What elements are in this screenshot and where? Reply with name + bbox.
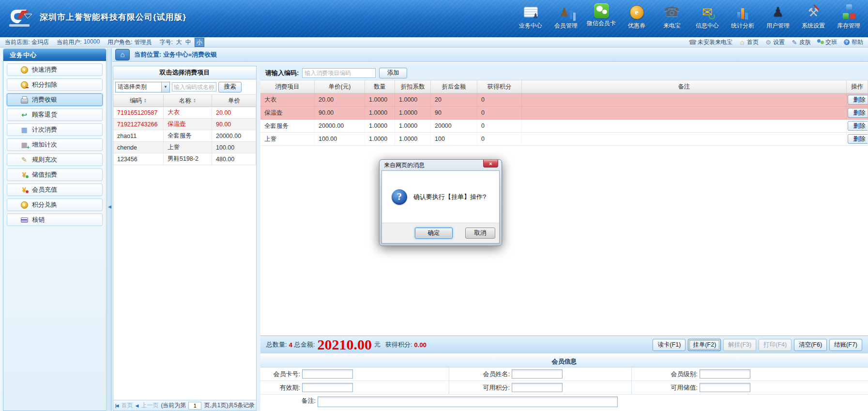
item-search-input[interactable] [172,82,216,91]
search-button[interactable]: 搜索 [218,82,242,92]
category-select[interactable]: 请选择类别 [115,82,170,92]
member-card-input[interactable] [302,369,353,379]
item-row[interactable]: zhao11 全套服务 20000.00 [113,130,256,142]
sidebar-item-points-exchange[interactable]: 积分兑换 [7,198,103,211]
top-nav: 业务中心 会员管理 微信会员卡 优惠券 来电宝 信息中心 统计分析 用户管理 [515,3,864,30]
note-input[interactable] [318,396,618,407]
sidebar-item-customer-return[interactable]: 顾客退货 [7,108,103,121]
yen-green-icon [20,171,28,179]
sort-icon[interactable] [144,98,147,103]
nav-user-management[interactable]: 用户管理 [762,3,793,30]
delete-button[interactable]: 删除 [848,134,868,144]
company-logo [7,6,36,28]
cart-row[interactable]: 保温壶 90.00 1.0000 1.0000 90 0 删除 [260,107,868,120]
home-tab-icon[interactable] [115,49,130,61]
sidebar-item-verification[interactable]: 核销 [7,213,103,226]
skin-link[interactable]: 皮肤 [791,38,811,46]
member-name-input[interactable] [512,369,563,379]
picker-pagination: ◀ 首页 ◀ 上一页 (当前为第 页,共1页)共5条记录 [113,400,256,411]
nav-wechat-member-card[interactable]: 微信会员卡 [586,3,617,30]
prev-page-icon[interactable]: ◀ [135,403,138,408]
return-arrow-icon [20,111,28,119]
item-code-input[interactable] [302,68,376,78]
note-label: 备注: [260,396,316,405]
page-number-input[interactable] [188,402,201,410]
sidebar-item-quick-consume[interactable]: 快速消费 [7,63,103,76]
font-size-medium[interactable]: 中 [185,38,191,46]
sidebar-item-stored-value-deduct[interactable]: 储值扣费 [7,168,103,181]
delete-button[interactable]: 删除 [848,108,868,118]
gear-icon [765,39,772,46]
cancel-button[interactable]: 取消 [465,228,495,239]
close-icon[interactable]: × [483,160,498,167]
sidebar-item-add-count[interactable]: 增加计次 [7,138,103,151]
sidebar-item-rule-recharge[interactable]: 规则充次 [7,153,103,166]
expiry-label: 有效期: [260,383,300,392]
calculator-plus-icon [20,141,28,149]
member-management-icon [557,3,575,21]
stored-value-input[interactable] [700,383,750,392]
help-link[interactable]: 帮助 [843,38,863,46]
sort-icon[interactable] [193,98,196,103]
available-points-input[interactable] [512,383,563,392]
caller-id-icon [663,3,681,21]
hold-order-button[interactable]: 挂单(F2) [688,339,721,351]
add-button[interactable]: 添加 [379,68,407,78]
amount-unit: 元 [374,340,381,349]
sidebar-splitter[interactable]: ◀ [107,48,112,411]
member-name-label: 会员姓名: [449,370,510,379]
cart-row[interactable]: 大衣 20.00 1.0000 1.0000 20 0 删除 [260,93,868,107]
prev-page-label[interactable]: 上一页 [141,401,158,410]
dialog-title-bar[interactable]: 来自网页的消息 × [381,160,500,170]
sidebar-item-count-consume[interactable]: 计次消费 [7,123,103,136]
available-points-label: 可用积分: [449,383,510,392]
confirm-button[interactable]: 确定 [415,228,453,239]
picker-table-body: 719165120587 大衣 20.00 719212743266 保温壶 9… [113,107,256,165]
current-user: 当前用户:10000 [57,38,100,46]
font-size-switcher: 字号: 大 中 小 [159,38,204,47]
cart-row[interactable]: 上誉 100.00 1.0000 1.0000 100 0 删除 [260,133,868,146]
coin-exchange-icon [20,201,28,209]
nav-system-settings[interactable]: 系统设置 [798,3,829,30]
caller-id-status[interactable]: 未安装来电宝 [689,38,732,46]
first-page-icon[interactable]: ◀ [115,403,119,408]
shift-change-link[interactable]: 交班 [817,38,837,46]
member-level-input[interactable] [700,369,750,379]
home-link[interactable]: 首页 [739,38,759,46]
delete-button[interactable]: 删除 [848,95,868,105]
chevron-down-icon[interactable] [161,82,169,92]
font-size-small[interactable]: 小 [195,38,204,47]
help-icon [843,39,850,46]
read-card-button[interactable]: 读卡(F1) [653,339,685,351]
nav-member-management[interactable]: 会员管理 [550,3,581,30]
inventory-icon [839,3,858,21]
breadcrumb: 当前位置: 业务中心»消费收银 [112,47,868,62]
first-page-label[interactable]: 首页 [121,401,133,410]
column-name[interactable]: 名称 [164,95,212,107]
clear-button[interactable]: 清空(F6) [794,339,827,351]
cart-row[interactable]: 全套服务 20000.00 1.0000 1.0000 20000 0 删除 [260,120,868,133]
delete-button[interactable]: 删除 [848,121,868,131]
column-price[interactable]: 单价 [212,95,256,107]
nav-caller-id[interactable]: 来电宝 [656,3,687,30]
font-size-large[interactable]: 大 [176,38,182,46]
sidebar-item-member-recharge[interactable]: 会员充值 [7,183,103,196]
nav-message-center[interactable]: 信息中心 [692,3,723,30]
collapse-arrow-icon[interactable]: ◀ [108,204,111,209]
checkout-button[interactable]: 结账(F7) [829,339,862,351]
sidebar-item-points-deduct[interactable]: 积分扣除 [7,78,103,91]
item-row[interactable]: 719165120587 大衣 20.00 [113,107,256,119]
item-row[interactable]: 123456 男鞋5198-2 480.00 [113,153,256,165]
company-name: 深圳市上誉智能科技有限公司{试用版} [40,12,186,23]
nav-coupon[interactable]: 优惠券 [621,3,652,30]
settings-link[interactable]: 设置 [765,38,785,46]
nav-statistics[interactable]: 统计分析 [727,3,758,30]
sidebar-item-cashier[interactable]: 消费收银 [7,93,103,106]
nav-inventory[interactable]: 库存管理 [833,3,864,30]
column-code[interactable]: 编码 [113,95,164,107]
system-settings-icon [804,3,822,21]
item-row[interactable]: chende 上誉 100.00 [113,142,256,153]
item-row[interactable]: 719212743266 保温壶 90.00 [113,119,256,130]
expiry-input[interactable] [302,383,353,392]
nav-business-center[interactable]: 业务中心 [515,3,546,30]
